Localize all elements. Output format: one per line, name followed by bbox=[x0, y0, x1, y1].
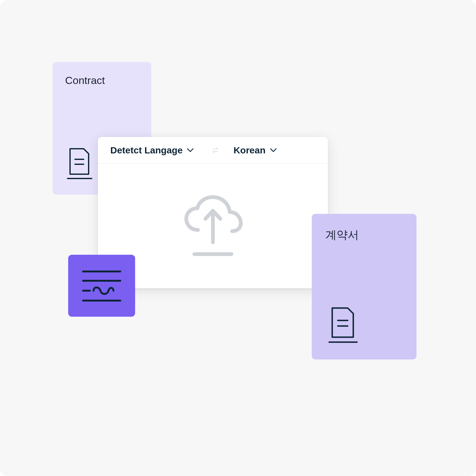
translator-header: Detetct Langage Korean bbox=[98, 137, 328, 164]
target-document-title: 계약서 bbox=[325, 227, 403, 243]
source-document-title: Contract bbox=[65, 74, 139, 86]
document-icon bbox=[328, 307, 358, 345]
chevron-down-icon bbox=[187, 148, 194, 152]
text-wrap-tile bbox=[68, 255, 135, 317]
upload-dropzone[interactable] bbox=[176, 193, 250, 258]
chevron-down-icon bbox=[270, 148, 277, 152]
target-language-selector[interactable]: Korean bbox=[233, 145, 276, 156]
document-icon bbox=[66, 148, 93, 181]
source-language-selector[interactable]: Detetct Langage bbox=[110, 145, 194, 156]
cloud-upload-icon bbox=[176, 193, 250, 258]
canvas-background: Contract Detetct Langage Ko bbox=[0, 0, 476, 476]
text-wrap-icon bbox=[80, 267, 123, 304]
target-language-label: Korean bbox=[233, 145, 265, 156]
target-document-card: 계약서 bbox=[312, 214, 416, 359]
source-language-label: Detetct Langage bbox=[110, 145, 183, 156]
swap-languages-icon[interactable] bbox=[211, 146, 220, 155]
